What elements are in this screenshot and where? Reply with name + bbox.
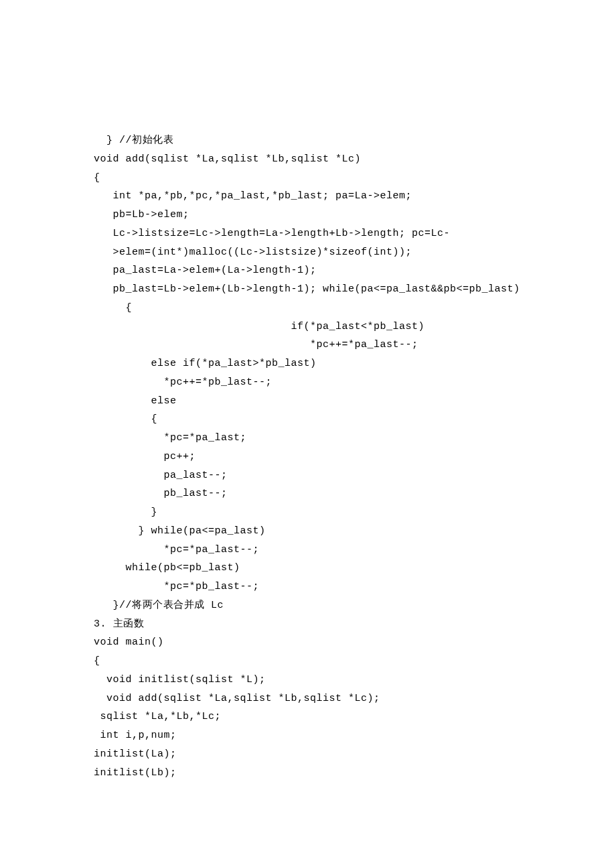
- code-line: 3. 主函数: [94, 615, 616, 634]
- code-line: int i,p,num;: [94, 726, 616, 745]
- code-line: } while(pa<=pa_last): [94, 522, 616, 541]
- code-line: pa_last=La->elem+(La->length-1);: [94, 261, 616, 280]
- code-line: pb=Lb->elem;: [94, 206, 616, 224]
- code-line: } //初始化表: [94, 131, 616, 150]
- code-line: else if(*pa_last>*pb_last): [94, 354, 616, 373]
- code-line: sqlist *La,*Lb,*Lc;: [94, 708, 616, 726]
- code-line: Lc->listsize=Lc->length=La->length+Lb->l…: [94, 224, 616, 243]
- code-line: *pc=*pa_last--;: [94, 541, 616, 560]
- code-line: *pc++=*pa_last--;: [94, 336, 616, 354]
- code-line: pb_last=Lb->elem+(Lb->length-1); while(p…: [94, 280, 616, 299]
- code-line: void add(sqlist *La,sqlist *Lb,sqlist *L…: [94, 689, 616, 708]
- code-line: }: [94, 503, 616, 522]
- code-line: *pc=*pa_last;: [94, 429, 616, 448]
- code-line: }//将两个表合并成 Lc: [94, 596, 616, 615]
- code-line: *pc=*pb_last--;: [94, 578, 616, 596]
- code-line: pa_last--;: [94, 466, 616, 485]
- code-line: {: [94, 652, 616, 671]
- code-line: int *pa,*pb,*pc,*pa_last,*pb_last; pa=La…: [94, 187, 616, 206]
- code-line: void add(sqlist *La,sqlist *Lb,sqlist *L…: [94, 150, 616, 169]
- code-line: pb_last--;: [94, 484, 616, 503]
- code-line: initlist(La);: [94, 745, 616, 764]
- code-line: pc++;: [94, 448, 616, 466]
- code-line: else: [94, 392, 616, 411]
- code-line: {: [94, 169, 616, 188]
- code-line: void main(): [94, 633, 616, 652]
- code-line: if(*pa_last<*pb_last): [94, 318, 616, 336]
- code-line: >elem=(int*)malloc((Lc->listsize)*sizeof…: [94, 243, 616, 262]
- code-line: {: [94, 299, 616, 318]
- code-document: } //初始化表void add(sqlist *La,sqlist *Lb,s…: [94, 131, 616, 782]
- code-line: *pc++=*pb_last--;: [94, 373, 616, 392]
- code-line: while(pb<=pb_last): [94, 559, 616, 578]
- code-line: initlist(Lb);: [94, 764, 616, 783]
- code-line: void initlist(sqlist *L);: [94, 671, 616, 689]
- code-line: {: [94, 410, 616, 429]
